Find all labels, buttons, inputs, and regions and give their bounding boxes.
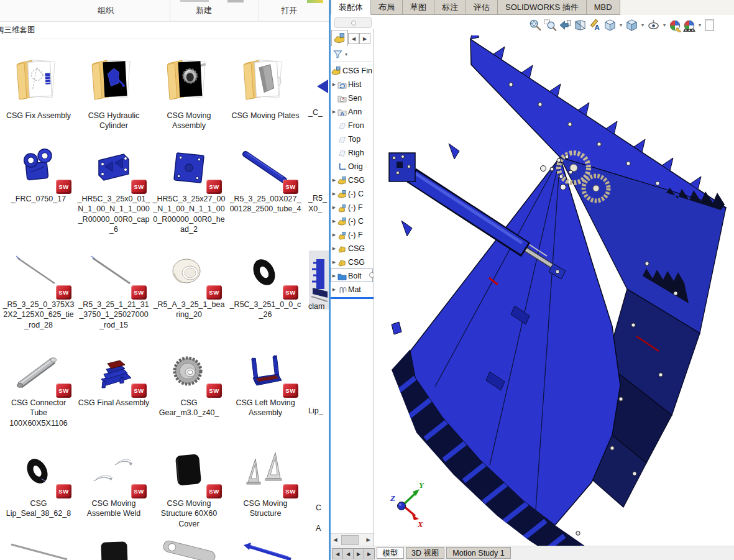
selected-file-tile[interactable] xyxy=(309,250,329,310)
scrollbar-thumb[interactable] xyxy=(341,535,359,545)
chevron-down-icon[interactable] xyxy=(618,22,624,28)
tree-item-history[interactable]: Hist xyxy=(331,78,374,91)
file-item-part[interactable]: SW CSG Moving Structure xyxy=(229,448,302,519)
file-item-part[interactable]: SW _R5C_3_251_0_0_c_26 xyxy=(229,249,302,320)
tab-mbd[interactable]: MBD xyxy=(587,0,620,15)
hide-annotations-icon[interactable] xyxy=(588,18,602,32)
tab-evaluate[interactable]: 评估 xyxy=(466,0,498,15)
tab-layout[interactable]: 布局 xyxy=(371,0,403,15)
tree-item-right-plane[interactable]: Righ xyxy=(331,146,374,160)
scroll-left-button[interactable] xyxy=(331,535,340,544)
file-item-part[interactable]: SW CSG Final Assembly xyxy=(77,348,150,408)
file-label: CSG Hydraulic Cylinder xyxy=(77,111,150,131)
zoom-to-area-icon[interactable] xyxy=(543,18,557,32)
hide-show-items-icon[interactable] xyxy=(646,18,661,32)
tree-item-front-plane[interactable]: Fron xyxy=(331,119,374,132)
tree-item-sensors[interactable]: Sen xyxy=(331,91,374,105)
panel-back-button[interactable] xyxy=(348,33,359,44)
flyout-pin-icon[interactable] xyxy=(369,272,374,278)
tab-model[interactable]: 模型 xyxy=(377,547,404,559)
file-item-part[interactable]: SW CSG Lip_Seal_38_62_8 xyxy=(2,448,75,519)
file-item-part[interactable]: SW _R5_3_25_0_375X32X2_125X0_625_tie_rod… xyxy=(2,249,75,330)
file-item-folder[interactable]: CSG Hydraulic Cylinder xyxy=(77,56,150,131)
edit-appearance-icon[interactable] xyxy=(668,19,682,32)
folder-icon xyxy=(12,56,65,109)
tree-item-mates[interactable]: Mat xyxy=(331,283,374,296)
chevron-down-icon[interactable] xyxy=(661,22,667,28)
open-button[interactable]: 打开 xyxy=(261,0,317,21)
tab-addins[interactable]: SOLIDWORKS 插件 xyxy=(498,0,587,15)
tab-motion-study-1[interactable]: Motion Study 1 xyxy=(446,547,511,559)
expand-arrow-icon[interactable] xyxy=(331,260,337,265)
expand-arrow-icon[interactable] xyxy=(331,273,337,278)
tree-item-annotations[interactable]: Ann xyxy=(331,105,374,119)
tree-item-top-plane[interactable]: Top xyxy=(331,132,374,146)
view-settings-icon[interactable] xyxy=(704,18,718,32)
new-button[interactable]: 新建 xyxy=(176,0,232,21)
tree-item-subassembly[interactable]: CSG xyxy=(331,173,374,187)
breadcrumb[interactable]: 阀三维套图 xyxy=(0,22,35,39)
file-item-part[interactable]: SW CSG Connector Tube 100X60X5X1106 xyxy=(2,348,75,428)
rollback-bar[interactable] xyxy=(331,297,374,299)
chevron-down-icon[interactable] xyxy=(697,22,703,28)
part-thumbnail: SW xyxy=(2,348,75,397)
file-item-part[interactable]: SW _R5_3_25_00X027_00128_2500_tube_4 xyxy=(229,143,302,214)
tab-annotate[interactable]: 标注 xyxy=(434,0,466,15)
tree-item-part[interactable]: (-) F xyxy=(331,228,374,242)
panel-splitter-handle[interactable] xyxy=(334,17,372,28)
expand-arrow-icon[interactable] xyxy=(331,219,337,224)
apply-scene-icon[interactable] xyxy=(682,19,696,32)
tree-horizontal-scrollbar[interactable] xyxy=(331,533,374,546)
view-orientation-icon[interactable] xyxy=(603,18,617,32)
zoom-to-fit-icon[interactable] xyxy=(528,18,543,32)
display-style-icon[interactable] xyxy=(625,18,639,32)
tree-item-subassembly[interactable]: (-) C xyxy=(331,214,374,228)
expand-arrow-icon[interactable] xyxy=(331,191,337,196)
expand-arrow-icon[interactable] xyxy=(331,109,337,114)
file-item-part[interactable]: SW CSG Left Moving Assembly xyxy=(229,348,302,418)
tree-filter[interactable] xyxy=(333,47,372,62)
featuremanager-tab[interactable] xyxy=(331,30,348,46)
file-item-part[interactable]: SW _R5_3_25_1_21_31_3750_1_25027000_rod_… xyxy=(77,249,150,330)
tree-item-bolt-folder[interactable]: Bolt xyxy=(331,269,374,283)
last-tab-button[interactable] xyxy=(364,548,375,559)
expand-arrow-icon[interactable] xyxy=(331,82,337,87)
next-tab-button[interactable] xyxy=(353,548,364,559)
previous-view-icon[interactable] xyxy=(558,18,572,32)
tab-sketch[interactable]: 草图 xyxy=(403,0,434,15)
file-item-folder[interactable]: CSG Fix Assembly xyxy=(2,56,75,121)
tab-3d-views[interactable]: 3D 视图 xyxy=(406,547,444,559)
tab-assembly[interactable]: 装配体 xyxy=(331,0,371,15)
breadcrumb-bar[interactable]: 阀三维套图 xyxy=(0,22,329,39)
file-item-part[interactable]: SW CSG Gear_m3.0_z40_ xyxy=(152,348,226,418)
file-item-folder[interactable]: CSG Moving Plates xyxy=(229,56,302,121)
file-item-part[interactable]: SW _R5_A_3_25_1_bearing_20 xyxy=(152,249,226,320)
file-item-part[interactable]: SW CSG Moving Structure 60X60 Cover xyxy=(152,448,226,529)
panel-forward-button[interactable] xyxy=(359,33,370,44)
expand-arrow-icon[interactable] xyxy=(331,246,337,251)
tree-item-part[interactable]: (-) F xyxy=(331,201,374,214)
tree-item-part[interactable]: CSG xyxy=(331,242,374,255)
commandmanager-tabs: 装配体 布局 草图 标注 评估 SOLIDWORKS 插件 MBD xyxy=(331,0,734,15)
expand-arrow-icon[interactable] xyxy=(331,287,337,292)
tree-item-root-assembly[interactable]: CSG Fin xyxy=(331,64,374,78)
folder-thumbnail xyxy=(229,56,302,109)
file-item-part[interactable]: SW _FRC_0750_17 xyxy=(2,143,75,204)
expand-arrow-icon[interactable] xyxy=(331,205,337,210)
tree-item-part[interactable]: CSG xyxy=(331,255,374,269)
file-item-part[interactable]: SW _HR5C_3_25x0_01_N_1_00_N_1_1_000_R000… xyxy=(77,143,150,234)
tree-item-subassembly[interactable]: (-) C xyxy=(331,187,374,201)
scroll-right-button[interactable] xyxy=(364,535,373,544)
expand-arrow-icon[interactable] xyxy=(331,232,337,237)
chevron-down-icon[interactable] xyxy=(640,22,646,28)
section-view-icon[interactable] xyxy=(573,18,587,32)
first-tab-button[interactable] xyxy=(332,548,342,559)
file-item-part[interactable]: SW CSG Moving Assemble Weld xyxy=(77,448,150,519)
file-item-folder[interactable]: CSG Moving Assembly xyxy=(152,56,226,131)
graphics-viewport[interactable]: Y X Z xyxy=(331,35,734,546)
previous-tab-button[interactable] xyxy=(342,548,354,559)
tree-item-origin[interactable]: Orig xyxy=(331,160,374,173)
expand-arrow-icon[interactable] xyxy=(331,178,337,183)
organize-button[interactable]: 组织 xyxy=(78,0,134,21)
file-item-part[interactable]: SW _HR5C_3_25x27_00_N_1_00_N_1_1_000_R00… xyxy=(152,143,226,234)
